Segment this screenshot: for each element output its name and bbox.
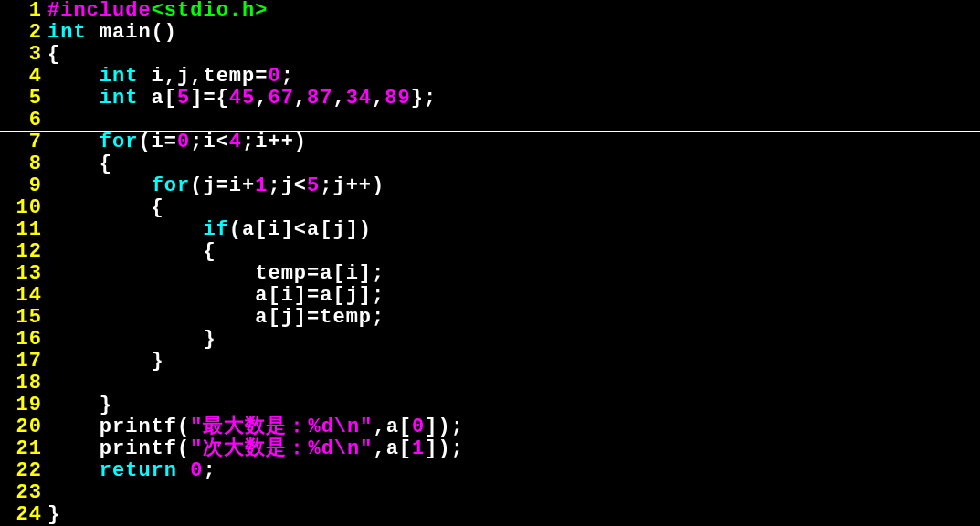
code-content[interactable]: { (47, 44, 980, 66)
token-hdr: <stdio.h> (152, 0, 269, 22)
line-number: 1 (0, 0, 47, 22)
token-kw: int (100, 65, 139, 88)
code-content[interactable]: } (47, 351, 980, 373)
token-kw: if (203, 218, 228, 241)
token-id: }; (411, 87, 437, 110)
code-line[interactable]: 12 { (0, 241, 980, 263)
code-content[interactable]: return 0; (47, 460, 980, 482)
token-id: } (47, 350, 164, 373)
token-id: , (372, 87, 385, 110)
token-num: 34 (346, 87, 372, 110)
code-line[interactable]: 18 (0, 373, 980, 394)
token-id (47, 218, 203, 241)
token-id: ]); (425, 437, 464, 460)
token-num: 5 (177, 87, 190, 110)
token-id: a[ (138, 87, 177, 110)
code-content[interactable]: for(i=0;i<4;i++) (47, 132, 980, 153)
token-id: { (47, 43, 60, 66)
token-num: 45 (229, 87, 255, 110)
line-number: 16 (0, 329, 47, 351)
code-content[interactable]: } (47, 504, 980, 526)
line-number: 6 (0, 110, 47, 132)
code-content[interactable]: } (47, 329, 980, 351)
line-number: 22 (0, 460, 47, 482)
code-line[interactable]: 15 a[j]=temp; (0, 307, 980, 329)
code-content[interactable]: a[i]=a[j]; (47, 285, 980, 307)
token-id: printf( (47, 416, 190, 438)
code-line[interactable]: 10 { (0, 197, 980, 219)
token-id: (j=i+ (190, 174, 255, 197)
token-id: ; (281, 65, 294, 88)
token-num: 5 (307, 174, 320, 197)
code-content[interactable]: } (47, 394, 980, 416)
code-line[interactable]: 22 return 0; (0, 460, 980, 482)
code-line[interactable]: 7 for(i=0;i<4;i++) (0, 132, 980, 153)
code-line[interactable]: 9 for(j=i+1;j<5;j++) (0, 175, 980, 197)
line-number: 14 (0, 285, 47, 307)
code-line[interactable]: 17 } (0, 351, 980, 373)
token-str: "次大数是：%d\n" (190, 437, 373, 460)
code-line[interactable]: 23 (0, 482, 980, 504)
token-id: } (47, 328, 216, 351)
token-id: ]); (425, 416, 464, 438)
code-content[interactable]: temp=a[i]; (47, 263, 980, 285)
token-id: ,a[ (373, 416, 412, 438)
line-number: 4 (0, 66, 47, 88)
code-content[interactable] (47, 110, 980, 132)
code-line[interactable]: 1#include<stdio.h> (0, 0, 980, 22)
token-kw: return (100, 459, 177, 482)
code-content[interactable]: if(a[i]<a[j]) (47, 219, 980, 241)
code-line[interactable]: 4 int i,j,temp=0; (0, 66, 980, 88)
line-number: 19 (0, 394, 47, 416)
code-line[interactable]: 6 (0, 110, 980, 132)
code-line[interactable]: 5 int a[5]={45,67,87,34,89}; (0, 88, 980, 110)
token-num: 4 (229, 131, 242, 153)
code-content[interactable]: { (47, 241, 980, 263)
code-content[interactable]: printf("次大数是：%d\n",a[1]); (47, 438, 980, 460)
token-id: , (255, 87, 268, 110)
code-line[interactable]: 19 } (0, 394, 980, 416)
code-content[interactable]: a[j]=temp; (47, 307, 980, 329)
code-line[interactable]: 16 } (0, 329, 980, 351)
code-content[interactable]: int a[5]={45,67,87,34,89}; (47, 88, 980, 110)
code-line[interactable]: 21 printf("次大数是：%d\n",a[1]); (0, 438, 980, 460)
code-line[interactable]: 24} (0, 504, 980, 526)
code-line[interactable]: 11 if(a[i]<a[j]) (0, 219, 980, 241)
token-num: 1 (412, 437, 425, 460)
token-str: "最大数是：%d\n" (190, 416, 373, 438)
line-number: 5 (0, 88, 47, 110)
line-number: 20 (0, 416, 47, 438)
line-number: 23 (0, 482, 47, 504)
token-id: , (294, 87, 307, 110)
code-line[interactable]: 8 { (0, 153, 980, 175)
token-id: ]={ (190, 87, 229, 110)
token-num: 1 (255, 174, 268, 197)
line-number: 21 (0, 438, 47, 460)
token-kw: int (47, 21, 87, 44)
line-number: 24 (0, 504, 47, 526)
token-kw: for (100, 131, 139, 153)
code-line[interactable]: 14 a[i]=a[j]; (0, 285, 980, 307)
code-content[interactable]: int i,j,temp=0; (47, 66, 980, 88)
code-line[interactable]: 20 printf("最大数是：%d\n",a[0]); (0, 416, 980, 438)
code-content[interactable]: int main() (47, 22, 980, 44)
code-line[interactable]: 3{ (0, 44, 980, 66)
line-number: 11 (0, 219, 47, 241)
code-editor[interactable]: 1#include<stdio.h>2int main()3{4 int i,j… (0, 0, 980, 526)
token-id: ;i< (190, 131, 229, 153)
token-num: 0 (190, 459, 203, 482)
code-content[interactable]: printf("最大数是：%d\n",a[0]); (47, 416, 980, 438)
token-id: } (47, 394, 112, 416)
line-number: 15 (0, 307, 47, 329)
code-content[interactable]: #include<stdio.h> (47, 0, 980, 22)
code-content[interactable] (47, 482, 980, 504)
code-line[interactable]: 13 temp=a[i]; (0, 263, 980, 285)
code-content[interactable] (47, 373, 980, 394)
code-content[interactable]: for(j=i+1;j<5;j++) (47, 175, 980, 197)
token-id: temp=a[i]; (47, 262, 385, 285)
code-content[interactable]: { (47, 197, 980, 219)
token-id: (a[i]<a[j]) (229, 218, 372, 241)
code-line[interactable]: 2int main() (0, 22, 980, 44)
code-content[interactable]: { (47, 153, 980, 175)
token-num: 0 (177, 131, 190, 153)
